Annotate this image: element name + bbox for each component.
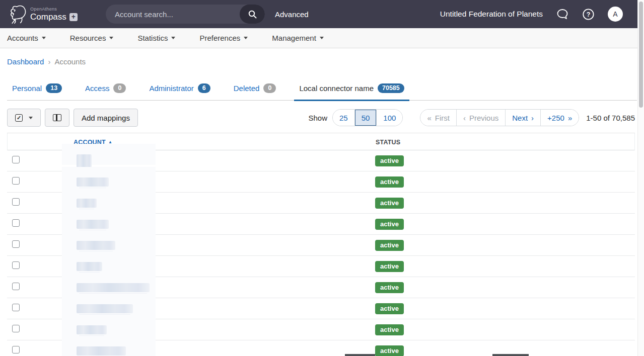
pager-label: First <box>435 114 450 122</box>
advanced-search-link[interactable]: Advanced <box>275 0 309 28</box>
redacted-region <box>62 251 156 273</box>
checkbox-icon: ✓ <box>15 114 23 122</box>
tab-label: Personal <box>12 84 42 93</box>
tab-deleted[interactable]: Deleted 0 <box>229 83 281 100</box>
redacted-region <box>62 167 156 188</box>
result-range-label: 1-50 of 70,585 <box>586 114 635 122</box>
nav-item-statistics[interactable]: Statistics <box>137 34 175 42</box>
status-column-header[interactable]: STATUS <box>376 139 400 146</box>
page-size-group: 25 50 100 <box>332 109 403 126</box>
breadcrumb: Dashboard › Accounts <box>7 57 644 66</box>
breadcrumb-current: Accounts <box>54 57 86 66</box>
double-chevron-right-icon: » <box>568 114 572 122</box>
accounts-page: OpenAthens Compass + Advanced Untitled F… <box>0 0 644 356</box>
row-checkbox[interactable] <box>12 346 20 353</box>
status-badge: active <box>375 219 404 230</box>
count-badge: 0 <box>113 83 126 93</box>
count-badge: 13 <box>46 83 62 93</box>
brand-name-label: Compass <box>30 12 66 22</box>
tab-label: Deleted <box>234 84 260 93</box>
row-checkbox[interactable] <box>12 325 20 332</box>
status-badge: active <box>375 261 404 272</box>
row-checkbox[interactable] <box>12 283 20 290</box>
row-checkbox[interactable] <box>12 240 20 248</box>
search-icon <box>248 10 257 19</box>
row-checkbox[interactable] <box>12 198 20 206</box>
redacted-account-name <box>77 220 109 229</box>
status-badge: active <box>375 282 404 293</box>
pagination-group: « First ‹ Previous Next › +250 » <box>420 109 579 126</box>
count-badge: 6 <box>198 83 210 93</box>
chevron-down-icon <box>109 37 113 39</box>
first-page-button[interactable]: « First <box>420 110 456 126</box>
chevron-down-icon <box>244 37 248 39</box>
chevron-down-icon <box>171 37 175 39</box>
show-label: Show <box>308 114 327 122</box>
redacted-account-name <box>77 199 97 208</box>
table-row: active <box>7 340 635 356</box>
account-search <box>106 5 265 24</box>
chat-bubble-icon <box>556 8 569 20</box>
page-size-25-button[interactable]: 25 <box>333 110 354 126</box>
nav-item-accounts[interactable]: Accounts <box>7 34 46 42</box>
chat-button[interactable] <box>556 8 569 20</box>
breadcrumb-dashboard-link[interactable]: Dashboard <box>7 57 44 66</box>
nav-item-management[interactable]: Management <box>272 34 324 42</box>
row-checkbox[interactable] <box>12 304 20 311</box>
tab-access[interactable]: Access 0 <box>80 83 131 100</box>
page-size-100-button[interactable]: 100 <box>376 110 402 126</box>
tab-administrator[interactable]: Administrator 6 <box>144 83 215 100</box>
nav-item-label: Statistics <box>137 34 168 42</box>
tab-local-connector-name[interactable]: Local connector name 70585 <box>294 83 409 100</box>
row-checkbox[interactable] <box>12 219 20 227</box>
status-badge: active <box>375 303 404 314</box>
columns-button[interactable] <box>45 109 69 127</box>
account-search-input[interactable] <box>106 5 240 24</box>
add-mappings-button[interactable]: Add mappings <box>74 109 138 127</box>
tab-label: Local connector name <box>299 84 374 93</box>
nav-item-label: Resources <box>70 34 106 42</box>
row-checkbox[interactable] <box>12 261 20 269</box>
list-toolbar: ✓ Add mappings Show 25 50 100 « First ‹ … <box>7 109 635 127</box>
nav-item-preferences[interactable]: Preferences <box>199 34 248 42</box>
redacted-region <box>62 209 156 230</box>
redacted-account-name <box>77 241 115 250</box>
redacted-account-name <box>77 154 92 167</box>
user-avatar[interactable]: A <box>608 7 623 22</box>
nav-item-resources[interactable]: Resources <box>70 34 114 42</box>
pager-label: Next <box>512 114 528 122</box>
openathens-mark-icon <box>8 4 29 25</box>
redacted-account-name <box>77 283 150 292</box>
row-checkbox[interactable] <box>12 156 20 163</box>
brand-logo[interactable]: OpenAthens Compass + <box>8 4 78 25</box>
chevron-left-icon: ‹ <box>463 114 466 122</box>
redacted-region <box>62 315 156 336</box>
search-button[interactable] <box>240 5 265 24</box>
page-size-50-button[interactable]: 50 <box>354 110 377 126</box>
jump-250-button[interactable]: +250 » <box>540 110 579 126</box>
pager-label: Previous <box>469 114 498 122</box>
status-badge: active <box>375 198 404 209</box>
pager-label: +250 <box>547 114 564 122</box>
accounts-table: ACCOUNT ▲ STATUS active active act <box>7 133 635 356</box>
double-chevron-left-icon: « <box>427 114 431 122</box>
redacted-account-name <box>77 177 109 187</box>
select-all-dropdown-button[interactable]: ✓ <box>7 109 41 127</box>
redacted-account-name <box>77 325 107 334</box>
columns-icon <box>53 114 61 121</box>
tab-personal[interactable]: Personal 13 <box>7 83 67 100</box>
status-badge: active <box>375 155 404 166</box>
chevron-right-icon: › <box>48 57 50 66</box>
brand-text: OpenAthens Compass + <box>30 7 78 22</box>
nav-item-label: Accounts <box>7 34 38 42</box>
row-checkbox[interactable] <box>12 177 20 185</box>
svg-text:?: ? <box>587 11 591 18</box>
page-scrollbar <box>637 0 644 356</box>
next-page-button[interactable]: Next › <box>505 110 540 126</box>
brand-small-label: OpenAthens <box>30 7 78 12</box>
help-button[interactable]: ? <box>582 8 595 21</box>
chevron-down-icon <box>320 37 324 39</box>
redacted-account-name <box>77 304 133 313</box>
scrollbar-thumb[interactable] <box>639 2 643 108</box>
previous-page-button[interactable]: ‹ Previous <box>456 110 505 126</box>
